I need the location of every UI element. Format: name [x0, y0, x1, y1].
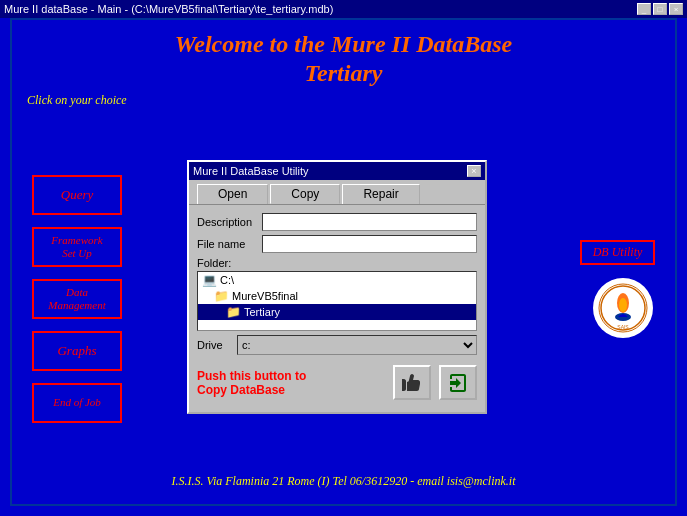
dialog-box: Mure II DataBase Utility × Open Copy Rep…: [187, 160, 487, 414]
footer-text: I.S.I.S. Via Flaminia 21 Rome (I) Tel 06…: [12, 474, 675, 489]
logo-area: SAIS: [585, 275, 660, 340]
folder-label: Folder:: [197, 257, 477, 269]
left-buttons: Query FrameworkSet Up DataManagement Gra…: [32, 175, 122, 423]
description-row: Description: [197, 213, 477, 231]
description-input[interactable]: [262, 213, 477, 231]
dialog-title: Mure II DataBase Utility: [193, 165, 309, 177]
folder-mure-label: MureVB5final: [232, 290, 298, 302]
welcome-line1: Welcome to the Mure II DataBase: [22, 30, 665, 59]
dialog-tabs: Open Copy Repair: [189, 180, 485, 204]
db-utility-button[interactable]: DB Utility: [580, 240, 655, 265]
copy-action-button[interactable]: [393, 365, 431, 400]
tab-copy[interactable]: Copy: [270, 184, 340, 204]
maximize-button[interactable]: □: [653, 3, 667, 15]
folder-tree: 💻 C:\ 📁 MureVB5final 📁 Tertiary: [197, 271, 477, 331]
minimize-button[interactable]: _: [637, 3, 651, 15]
exit-action-button[interactable]: [439, 365, 477, 400]
query-button[interactable]: Query: [32, 175, 122, 215]
title-bar: Mure II dataBase - Main - (C:\MureVB5fin…: [0, 0, 687, 18]
filename-input[interactable]: [262, 235, 477, 253]
click-instruction: Click on your choice: [27, 93, 665, 108]
svg-point-3: [619, 298, 627, 312]
tab-open[interactable]: Open: [197, 184, 268, 204]
graphs-button[interactable]: Graphs: [32, 331, 122, 371]
folder-item-tertiary[interactable]: 📁 Tertiary: [198, 304, 476, 320]
dialog-body: Description File name Folder: 💻 C:\ 📁 Mu…: [189, 204, 485, 412]
main-content: Welcome to the Mure II DataBase Tertiary…: [10, 18, 677, 506]
drive-select[interactable]: c:: [237, 335, 477, 355]
folder-item-murevb5[interactable]: 📁 MureVB5final: [198, 288, 476, 304]
drive-row: Drive c:: [197, 335, 477, 355]
tab-repair[interactable]: Repair: [342, 184, 419, 204]
dialog-title-bar: Mure II DataBase Utility ×: [189, 162, 485, 180]
data-management-button[interactable]: DataManagement: [32, 279, 122, 319]
folder-icon-mure: 📁: [214, 289, 229, 303]
exit-icon: [446, 371, 470, 395]
framework-setup-button[interactable]: FrameworkSet Up: [32, 227, 122, 267]
drive-label: Drive: [197, 339, 237, 351]
folder-tertiary-label: Tertiary: [244, 306, 280, 318]
title-bar-buttons: _ □ ×: [637, 3, 683, 15]
thumbs-up-icon: [400, 371, 424, 395]
welcome-line2: Tertiary: [22, 59, 665, 88]
description-label: Description: [197, 216, 262, 228]
svg-text:SAIS: SAIS: [617, 324, 629, 330]
end-of-job-button[interactable]: End of Job: [32, 383, 122, 423]
filename-label: File name: [197, 238, 262, 250]
filename-row: File name: [197, 235, 477, 253]
logo-svg: SAIS: [598, 283, 648, 333]
folder-item-root[interactable]: 💻 C:\: [198, 272, 476, 288]
welcome-header: Welcome to the Mure II DataBase Tertiary: [22, 30, 665, 88]
drive-icon: 💻: [202, 273, 217, 287]
dialog-close-button[interactable]: ×: [467, 165, 481, 177]
action-text: Push this button toCopy DataBase: [197, 369, 385, 397]
folder-icon-tertiary: 📁: [226, 305, 241, 319]
close-button[interactable]: ×: [669, 3, 683, 15]
logo-image: SAIS: [593, 278, 653, 338]
action-area: Push this button toCopy DataBase: [197, 361, 477, 404]
folder-root-label: C:\: [220, 274, 234, 286]
title-bar-text: Mure II dataBase - Main - (C:\MureVB5fin…: [4, 3, 333, 15]
